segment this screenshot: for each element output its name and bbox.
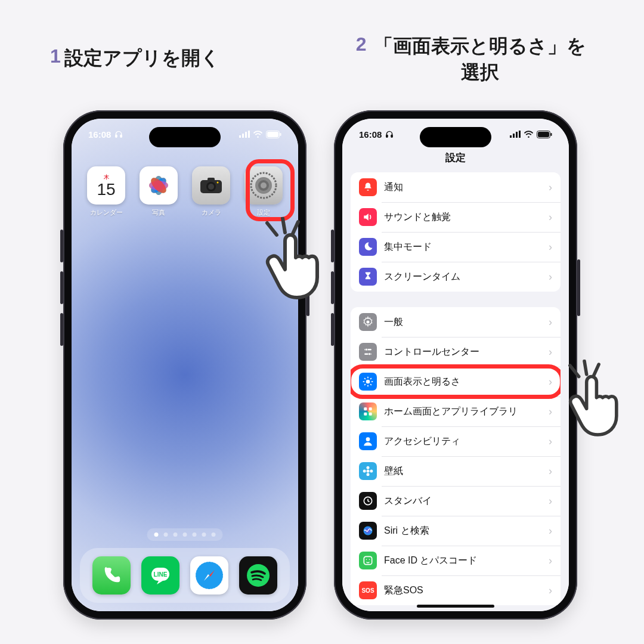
line-icon: LINE xyxy=(148,563,173,588)
svg-rect-1 xyxy=(120,135,122,137)
row-label: サウンドと触覚 xyxy=(384,211,541,224)
dock-app-safari[interactable] xyxy=(190,556,228,595)
svg-rect-63 xyxy=(364,413,367,416)
settings-row-moon[interactable]: 集中モード› xyxy=(351,232,561,262)
svg-point-52 xyxy=(366,380,370,384)
svg-point-65 xyxy=(366,437,370,441)
svg-rect-4 xyxy=(245,132,247,138)
faceid-icon xyxy=(359,552,377,569)
settings-row-person[interactable]: アクセシビリティ› xyxy=(351,426,561,456)
svg-point-74 xyxy=(366,559,367,561)
row-label: 通知 xyxy=(384,181,541,194)
svg-line-60 xyxy=(370,378,371,379)
row-label: 集中モード xyxy=(384,241,541,253)
chevron-right-icon: › xyxy=(549,405,552,418)
row-label: アクセシビリティ xyxy=(384,435,541,448)
page-indicator[interactable] xyxy=(147,528,223,541)
settings-row-sun[interactable]: 画面表示と明るさ› xyxy=(351,367,561,397)
dock-app-phone[interactable] xyxy=(92,556,131,595)
settings-row-gear[interactable]: 一般› xyxy=(351,307,561,337)
svg-rect-0 xyxy=(116,135,117,137)
settings-row-flower[interactable]: 壁紙› xyxy=(351,456,561,486)
cellular-icon xyxy=(510,131,521,138)
svg-rect-38 xyxy=(391,135,392,137)
settings-row-hourglass[interactable]: スクリーンタイム› xyxy=(351,262,561,292)
app-calendar[interactable]: 木 15 カレンダー xyxy=(82,166,130,217)
person-icon xyxy=(359,432,377,450)
settings-row-bell[interactable]: 通知› xyxy=(351,172,561,202)
home-indicator[interactable] xyxy=(417,605,494,608)
svg-point-6 xyxy=(257,136,259,138)
svg-rect-19 xyxy=(208,178,215,181)
camera-icon xyxy=(192,166,230,205)
settings-group: 通知›サウンドと触覚›集中モード›スクリーンタイム› xyxy=(351,172,561,292)
svg-rect-9 xyxy=(280,133,281,136)
sun-icon xyxy=(359,373,377,391)
row-label: スタンバイ xyxy=(384,495,541,507)
settings-row-clock[interactable]: スタンバイ› xyxy=(351,486,561,516)
chevron-right-icon: › xyxy=(549,465,552,478)
chevron-right-icon: › xyxy=(549,181,552,194)
wifi-icon xyxy=(253,131,263,138)
clock-icon xyxy=(359,492,377,510)
svg-text:LINE: LINE xyxy=(154,571,168,578)
svg-rect-37 xyxy=(386,135,388,137)
sos-icon: SOS xyxy=(359,581,377,599)
chevron-right-icon: › xyxy=(549,525,552,537)
row-label: スクリーンタイム xyxy=(384,271,541,283)
battery-icon xyxy=(266,131,281,138)
svg-point-75 xyxy=(369,559,370,561)
hourglass-icon xyxy=(359,268,377,286)
step1-number: 1 xyxy=(50,45,61,67)
svg-rect-42 xyxy=(519,131,521,138)
settings-gear-icon xyxy=(244,166,283,205)
app-photos[interactable]: 写真 xyxy=(135,166,182,217)
svg-rect-40 xyxy=(513,134,515,138)
svg-rect-73 xyxy=(364,556,371,564)
status-time: 16:08 xyxy=(88,129,111,140)
chevron-right-icon: › xyxy=(549,584,552,597)
svg-rect-2 xyxy=(239,135,241,138)
dock-app-spotify[interactable] xyxy=(239,556,277,595)
chevron-right-icon: › xyxy=(549,346,552,358)
settings-row-siri[interactable]: Siri と検索› xyxy=(351,516,561,546)
cellular-icon xyxy=(239,131,250,138)
settings-row-sos[interactable]: SOS緊急SOS› xyxy=(351,575,561,605)
chevron-right-icon: › xyxy=(549,495,552,507)
app-camera[interactable]: カメラ xyxy=(187,166,235,217)
svg-rect-3 xyxy=(242,134,244,138)
home-app-row: 木 15 カレンダー xyxy=(72,166,298,217)
calendar-icon: 木 15 xyxy=(87,166,125,205)
settings-row-sliders[interactable]: コントロールセンター› xyxy=(351,337,561,367)
step1-text: 設定アプリを開く xyxy=(64,45,220,72)
step2-caption: 2 「画面表示と明るさ」を 選択 xyxy=(316,33,626,86)
row-label: 一般 xyxy=(384,316,541,329)
wifi-icon xyxy=(524,131,534,138)
settings-group: 一般›コントロールセンター›画面表示と明るさ›ホーム画面とアプリライブラリ›アク… xyxy=(351,307,561,605)
phone-icon xyxy=(101,565,122,586)
step1-caption: 1 設定アプリを開く xyxy=(50,45,220,72)
photos-icon xyxy=(140,166,178,205)
phone-home: 16:08 木 15 カレンダー xyxy=(63,110,306,620)
step2-line1: 「画面表示と明るさ」を xyxy=(374,35,586,57)
gear-icon xyxy=(359,313,377,331)
sliders-icon xyxy=(359,343,377,361)
svg-point-66 xyxy=(367,470,370,473)
svg-point-22 xyxy=(217,182,219,184)
status-time: 16:08 xyxy=(359,129,382,140)
svg-point-50 xyxy=(365,348,367,351)
svg-point-68 xyxy=(367,473,370,476)
dynamic-island xyxy=(420,127,491,147)
settings-row-grid[interactable]: ホーム画面とアプリライブラリ› xyxy=(351,397,561,426)
dock-app-line[interactable]: LINE xyxy=(141,556,179,595)
settings-row-speaker[interactable]: サウンドと触覚› xyxy=(351,202,561,232)
svg-rect-5 xyxy=(248,131,250,138)
svg-point-43 xyxy=(528,136,530,138)
settings-screen: 16:08 設定 通知›サウンドと触覚›集中モード›スクリーンタイム›一般›コン… xyxy=(342,119,569,611)
settings-list[interactable]: 通知›サウンドと触覚›集中モード›スクリーンタイム›一般›コントロールセンター›… xyxy=(351,172,561,605)
app-settings[interactable]: 設定 xyxy=(240,166,287,217)
settings-row-faceid[interactable]: Face ID とパスコード› xyxy=(351,546,561,575)
chevron-right-icon: › xyxy=(549,316,552,329)
svg-rect-46 xyxy=(551,133,552,136)
svg-line-58 xyxy=(370,384,371,385)
